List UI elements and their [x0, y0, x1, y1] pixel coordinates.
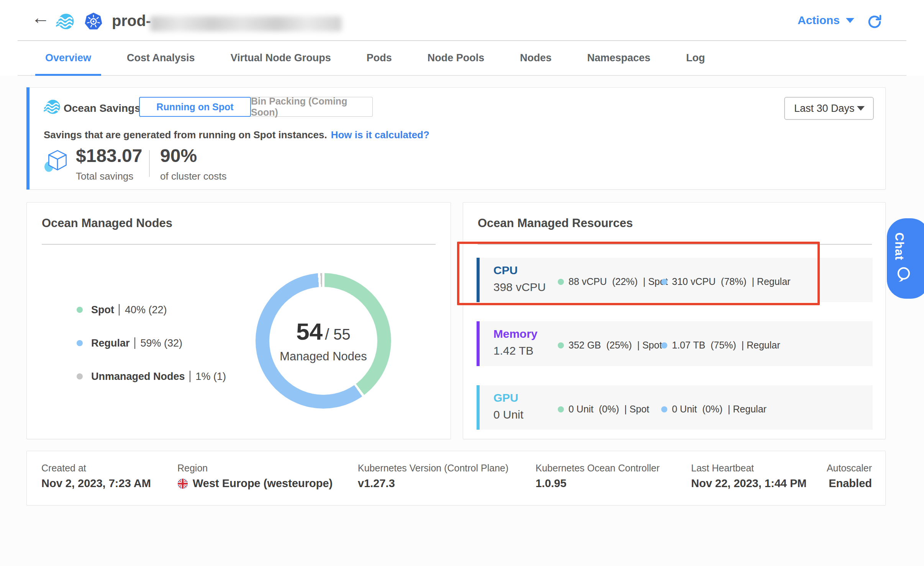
cpu-spot-stat: 88 vCPU (22%) | Spot — [558, 276, 668, 287]
memory-name: Memory — [493, 327, 537, 340]
refresh-icon[interactable] — [867, 14, 883, 31]
chat-label: Chat — [892, 232, 906, 260]
total-savings-label: Total savings — [76, 170, 133, 182]
legend-item-unmanaged: Unmanaged Nodes 1% (1) — [77, 370, 226, 383]
donut-center-text: 54 / 55 Managed Nodes — [256, 273, 391, 409]
gpu-total: 0 Unit — [493, 408, 523, 421]
savings-cube-icon — [44, 148, 71, 177]
toggle-running-on-spot[interactable]: Running on Spot — [139, 97, 251, 117]
savings-description: Savings that are generated from running … — [44, 129, 429, 141]
actions-label: Actions — [798, 14, 840, 27]
tab-nodes[interactable]: Nodes — [520, 41, 552, 75]
legend-divider — [190, 371, 190, 382]
tab-pods[interactable]: Pods — [367, 41, 392, 75]
total-count: / 55 — [325, 326, 351, 343]
kubernetes-logo-icon — [84, 12, 103, 32]
managed-resources-title: Ocean Managed Resources — [478, 216, 633, 230]
tab-cost-analysis[interactable]: Cost Analysis — [127, 41, 195, 75]
total-savings-value: $183.07 — [76, 145, 143, 166]
unmanaged-dot-icon — [77, 373, 83, 380]
spot-dot-icon — [558, 279, 564, 285]
memory-spot-stat: 352 GB (25%) | Spot — [558, 340, 662, 351]
spot-dot-icon — [77, 307, 83, 313]
actions-button[interactable]: Actions — [798, 14, 854, 27]
managed-nodes-title: Ocean Managed Nodes — [42, 216, 172, 230]
resource-row-gpu: GPU 0 Unit 0 Unit (0%) | Spot 0 Unit (0%… — [477, 385, 873, 430]
back-arrow-icon[interactable]: ← — [31, 8, 50, 27]
cpu-name: CPU — [493, 264, 518, 277]
regular-dot-icon — [661, 342, 667, 348]
legend-divider — [134, 337, 135, 349]
tab-virtual-node-groups[interactable]: Virtual Node Groups — [231, 41, 331, 75]
savings-accent-bar — [26, 87, 29, 190]
card-divider — [42, 244, 436, 245]
tab-namespaces[interactable]: Namespaces — [587, 41, 650, 75]
gpu-accent-bar — [477, 385, 480, 430]
spot-dot-icon — [558, 342, 564, 348]
gpu-regular-stat: 0 Unit (0%) | Regular — [661, 404, 767, 415]
memory-total: 1.42 TB — [493, 344, 534, 357]
tab-overview[interactable]: Overview — [45, 41, 91, 75]
gpu-spot-stat: 0 Unit (0%) | Spot — [558, 404, 649, 415]
resource-row-cpu: CPU 398 vCPU 88 vCPU (22%) | Spot 310 vC… — [477, 258, 873, 302]
ocean-managed-nodes-card: Ocean Managed Nodes Spot 40% (22) Regula… — [26, 202, 451, 439]
ocean-savings-panel: Ocean Savings: Running on Spot Bin Packi… — [26, 87, 886, 190]
regular-dot-icon — [77, 340, 83, 346]
period-dropdown[interactable]: Last 30 Days — [784, 97, 874, 120]
cluster-info-bar: Created at Nov 2, 2023, 7:23 AM Region — [26, 451, 886, 505]
cluster-cost-percent: 90% — [160, 145, 197, 166]
ocean-savings-icon — [44, 98, 61, 115]
cpu-regular-stat: 310 vCPU (78%) | Regular — [661, 276, 790, 287]
resource-row-memory: Memory 1.42 TB 352 GB (25%) | Spot 1.07 … — [477, 321, 873, 366]
savings-divider — [149, 150, 150, 177]
chat-button[interactable]: Chat — [887, 218, 924, 299]
managed-nodes-label: Managed Nodes — [279, 349, 367, 364]
regular-dot-icon — [661, 279, 667, 285]
tab-bar: Overview Cost Analysis Virtual Node Grou… — [18, 41, 906, 76]
ocean-savings-label: Ocean Savings: — [64, 102, 144, 115]
cluster-title-redacted — [150, 16, 342, 31]
cpu-accent-bar — [477, 258, 480, 302]
how-calculated-link[interactable]: How is it calculated? — [331, 129, 429, 141]
ocean-managed-resources-card: Ocean Managed Resources CPU 398 vCPU 88 … — [463, 202, 886, 439]
chevron-down-icon — [857, 106, 865, 111]
toggle-bin-packing[interactable]: Bin Packing (Coming Soon) — [251, 97, 373, 117]
managed-count: 54 — [296, 318, 323, 345]
spot-dot-icon — [558, 406, 564, 412]
header: ← — [0, 0, 924, 41]
donut-chart: 54 / 55 Managed Nodes — [256, 273, 391, 409]
tab-log[interactable]: Log — [686, 41, 705, 75]
regular-dot-icon — [661, 406, 667, 412]
period-value: Last 30 Days — [794, 103, 855, 115]
savings-toggle: Running on Spot Bin Packing (Coming Soon… — [139, 97, 373, 117]
ocean-logo-icon — [56, 12, 74, 32]
tab-node-pools[interactable]: Node Pools — [428, 41, 485, 75]
chat-bubble-icon — [895, 266, 912, 285]
legend-divider — [119, 304, 120, 316]
cluster-title: prod- — [112, 12, 151, 29]
uk-flag-icon — [177, 478, 188, 489]
gpu-name: GPU — [493, 391, 518, 404]
cluster-cost-percent-label: of cluster costs — [160, 170, 226, 182]
memory-accent-bar — [477, 321, 480, 366]
legend-item-spot: Spot 40% (22) — [77, 303, 167, 317]
legend-item-regular: Regular 59% (32) — [77, 336, 182, 350]
page: ← — [0, 0, 924, 566]
main-content: Ocean Savings: Running on Spot Bin Packi… — [0, 76, 924, 566]
chevron-down-icon — [846, 18, 854, 23]
memory-regular-stat: 1.07 TB (75%) | Regular — [661, 340, 780, 351]
cpu-total: 398 vCPU — [493, 281, 546, 294]
card-divider — [478, 244, 872, 245]
